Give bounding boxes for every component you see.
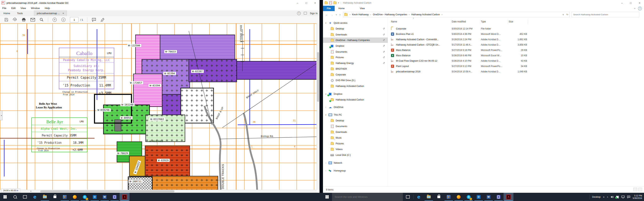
help-icon[interactable]: ? [297, 11, 301, 15]
clock[interactable]: 5:12 PM 5/30/2016 [633, 195, 642, 200]
sidebar-pc-music[interactable]: ♪Music [323, 135, 388, 141]
taskbar-outlook[interactable] [90, 193, 100, 201]
details-view-icon[interactable] [633, 188, 637, 191]
file-row[interactable]: Mass Balance5/26/2016 6:46 PMMicrosoft E… [388, 53, 525, 58]
display-icon[interactable] [622, 196, 625, 198]
sort-indicator-icon[interactable]: ˄ [413, 17, 414, 19]
sidebar-item-brother[interactable]: BROTHER [323, 66, 388, 72]
close-button[interactable]: × [311, 0, 320, 6]
sidebar-item-hathaway-energy[interactable]: Hathaway Energy [323, 60, 388, 66]
upload-cloud-icon[interactable] [13, 18, 17, 22]
ribbon-expand-icon[interactable]: ˄ [634, 7, 636, 9]
up-icon[interactable]: ↑ [339, 13, 341, 16]
explorer-help-icon[interactable]: ? [638, 7, 642, 10]
file-row[interactable]: Plant Layout5/27/2016 5:12 PMMicrosoft P… [388, 64, 525, 69]
breadcrumb-current[interactable]: Hathaway Activated Carbon [411, 13, 440, 16]
vertical-scrollbar[interactable] [316, 23, 320, 190]
quick-access-newfolder-icon[interactable] [333, 2, 336, 4]
tray-expand-icon[interactable]: ˄ [607, 196, 608, 198]
explorer-search-box[interactable] [572, 12, 640, 17]
sidebar-pc-desktop[interactable]: Desktop [323, 118, 388, 123]
menu-edit[interactable]: Edit [11, 7, 16, 9]
taskbar-outlook[interactable] [474, 193, 484, 201]
email-icon[interactable] [30, 18, 35, 22]
sidebar-item-desktop[interactable]: Desktop [323, 26, 388, 31]
scroll-left-icon[interactable]: ◂ [30, 190, 31, 192]
ribbon-tab-view[interactable]: View [356, 6, 369, 11]
comment-icon[interactable] [92, 18, 96, 22]
taskbar-firefox[interactable] [454, 193, 464, 201]
page-up-icon[interactable] [52, 17, 57, 22]
highlight-pen-icon[interactable] [100, 18, 105, 22]
taskbar-phone-companion[interactable] [110, 193, 120, 201]
page-down-icon[interactable] [61, 17, 66, 22]
menu-view[interactable]: View [20, 7, 26, 9]
tab-document[interactable]: prbcoallsestatmap ... × [34, 10, 67, 16]
column-type[interactable]: Type [481, 20, 486, 23]
start-button[interactable] [322, 193, 332, 201]
address-dropdown-icon[interactable]: ∨ [562, 13, 564, 16]
tab-tools[interactable]: Tools [14, 10, 26, 16]
desktop-toolbar-label[interactable]: Desktop [592, 196, 600, 198]
save-icon[interactable] [4, 18, 8, 22]
dropbox-tray-icon[interactable] [616, 196, 619, 198]
breadcrumb-user[interactable]: Kevin Hathaway [352, 13, 369, 16]
sidebar-onedrive-section[interactable]: ›☁OneDrive [323, 105, 388, 110]
sidebar-pc-pictures[interactable]: Pictures [323, 141, 388, 146]
document-tab-close-icon[interactable]: × [62, 12, 64, 15]
sidebar-dropbox-hac[interactable]: Hathaway Activated Carbon [323, 97, 388, 102]
horizontal-scrollbar[interactable]: ◂ [0, 190, 317, 193]
sidebar-this-pc[interactable]: ∨This PC [323, 112, 388, 118]
quick-access-properties-icon[interactable] [329, 1, 332, 4]
taskbar-skype[interactable]: 5 [80, 193, 90, 201]
sidebar-item-dropbox[interactable]: Dropbox [323, 43, 388, 49]
file-row[interactable]: Mass Balance5/27/2016 5:16 PMMicrosoft P… [388, 47, 525, 53]
file-row[interactable]: M-Coal Flow Diagram C2O rev 06-05-125/26… [388, 58, 525, 64]
taskbar-search-box[interactable] [332, 193, 403, 201]
qat-customize-icon[interactable]: ▾ [338, 2, 339, 4]
taskbar-firefox[interactable] [70, 193, 80, 201]
sidebar-pc-local-disk[interactable]: Local Disk (C:) [323, 152, 388, 158]
volume-icon[interactable] [611, 196, 614, 198]
sidebar-item-pictures[interactable]: Pictures [323, 55, 388, 60]
taskbar-acrobat-reader[interactable] [504, 193, 514, 201]
taskbar-word[interactable] [100, 193, 110, 201]
taskbar-edge[interactable]: e [30, 193, 40, 201]
taskbar-store[interactable] [434, 193, 444, 201]
task-view-button[interactable] [20, 193, 30, 201]
sidebar-quick-access[interactable]: ∨★Quick access [323, 20, 388, 26]
ribbon-tab-file[interactable]: File [323, 6, 335, 11]
notifications-icon[interactable] [304, 12, 307, 14]
sidebar-pc-videos[interactable]: Videos [323, 147, 388, 152]
sidebar-dropbox-section[interactable]: ∨Dropbox [323, 91, 388, 97]
taskbar-file-explorer[interactable] [40, 193, 50, 201]
sidebar-item-downloads[interactable]: ↓Downloads [323, 32, 388, 37]
maximize-button[interactable]: □ [626, 0, 635, 6]
minimize-button[interactable]: – [618, 0, 626, 6]
taskbar-phone-companion[interactable] [494, 193, 504, 201]
taskbar-store[interactable] [50, 193, 60, 201]
search-input[interactable] [572, 13, 639, 16]
sidebar-item-hathaway-activated-carbon[interactable]: Hathaway Activated Carbon [323, 83, 388, 89]
menu-help[interactable]: Help [45, 7, 50, 9]
menu-window[interactable]: Window [31, 7, 40, 9]
file-row[interactable]: Hathaway Activated Carbon - Convertibl..… [388, 37, 525, 42]
print-icon[interactable] [22, 18, 26, 22]
column-name[interactable]: Name [391, 20, 397, 23]
back-icon[interactable]: ← [325, 13, 328, 16]
sidebar-item-onedrive-hathaway[interactable]: OneDrive - Hathaway Companies [323, 37, 388, 43]
taskbar-search-button[interactable] [10, 193, 20, 201]
close-button[interactable]: × [635, 0, 644, 6]
taskbar-edge[interactable]: e [414, 193, 424, 201]
taskbar-acrobat-reader[interactable] [120, 193, 130, 201]
minimize-button[interactable]: – [293, 0, 302, 6]
taskbar-skype[interactable]: 5 [464, 193, 474, 201]
vertical-scroll-thumb[interactable] [317, 52, 319, 102]
taskbar-search-input[interactable] [332, 195, 403, 199]
page-number-input[interactable] [70, 17, 78, 22]
tab-home[interactable]: Home [0, 10, 14, 16]
column-size[interactable]: Size [509, 20, 513, 23]
restore-button[interactable]: □ [302, 0, 311, 6]
sidebar-item-dvd-drive[interactable]: DVD RW Drive (D:) [323, 78, 388, 83]
sign-in-button[interactable]: Sign In [310, 12, 318, 15]
